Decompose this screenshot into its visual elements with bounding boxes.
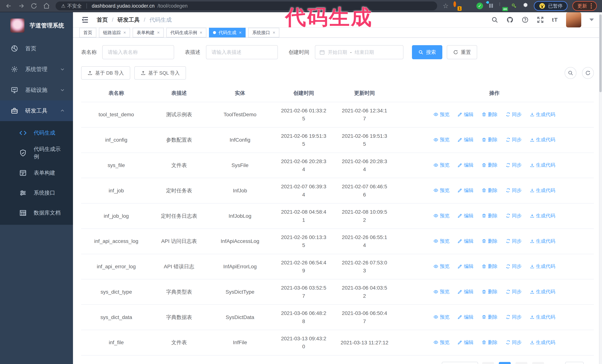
page-button-1[interactable]: 1 xyxy=(499,362,511,364)
extension-orange-icon[interactable]: 1 xyxy=(453,3,460,9)
delete-link[interactable]: 删除 xyxy=(482,213,497,219)
preview-link[interactable]: 预览 xyxy=(433,111,449,118)
table-row[interactable]: inf_api_error_log API 错误日志 InfApiErrorLo… xyxy=(81,254,594,279)
sync-link[interactable]: 同步 xyxy=(506,187,522,194)
extension-key-icon[interactable] xyxy=(511,3,517,9)
page-button-2[interactable]: 2 xyxy=(516,362,527,364)
back-icon[interactable] xyxy=(5,2,12,10)
edit-link[interactable]: 编辑 xyxy=(458,187,473,194)
submenu-item-system-api[interactable]: 系统接口 xyxy=(0,183,73,203)
search-icon[interactable] xyxy=(491,16,498,23)
generate-code-link[interactable]: 生成代码 xyxy=(530,238,555,244)
sync-link[interactable]: 同步 xyxy=(506,213,522,219)
generate-code-link[interactable]: 生成代码 xyxy=(530,187,555,194)
search-button[interactable]: 搜索 xyxy=(412,45,442,59)
toggle-search-button[interactable] xyxy=(565,67,576,79)
edit-link[interactable]: 编辑 xyxy=(458,213,473,219)
extensions-puzzle-icon[interactable] xyxy=(522,3,529,9)
github-icon[interactable] xyxy=(506,16,514,23)
preview-link[interactable]: 预览 xyxy=(433,339,449,346)
table-desc-input[interactable] xyxy=(206,45,278,59)
preview-link[interactable]: 预览 xyxy=(433,187,449,194)
close-icon[interactable]: × xyxy=(157,30,160,35)
delete-link[interactable]: 删除 xyxy=(482,187,497,194)
edit-link[interactable]: 编辑 xyxy=(458,289,473,295)
next-page-button[interactable]: › xyxy=(532,362,544,364)
sync-link[interactable]: 同步 xyxy=(506,238,522,244)
tag-form-builder[interactable]: 表单构建× xyxy=(133,28,164,37)
avatar[interactable] xyxy=(566,12,581,27)
edit-link[interactable]: 编辑 xyxy=(458,238,473,244)
close-icon[interactable]: × xyxy=(123,30,126,35)
chrome-menu-icon[interactable] xyxy=(591,3,592,9)
preview-link[interactable]: 预览 xyxy=(433,263,449,270)
breadcrumb-home[interactable]: 首页 xyxy=(97,16,108,24)
sync-link[interactable]: 同步 xyxy=(506,289,522,295)
table-row[interactable]: inf_api_access_log API 访问日志表 InfApiAcces… xyxy=(81,229,594,254)
close-icon[interactable]: × xyxy=(273,30,275,35)
delete-link[interactable]: 删除 xyxy=(482,238,497,244)
generate-code-link[interactable]: 生成代码 xyxy=(530,213,555,219)
fullscreen-icon[interactable] xyxy=(537,16,544,23)
scrollbar-thumb[interactable] xyxy=(599,14,602,92)
breadcrumb-group[interactable]: 研发工具 xyxy=(118,16,140,24)
sidebar-logo-row[interactable]: 芋道管理系统 xyxy=(0,12,73,38)
edit-link[interactable]: 编辑 xyxy=(458,314,473,320)
home-icon[interactable] xyxy=(43,2,50,10)
close-icon[interactable]: × xyxy=(239,30,242,35)
forward-icon[interactable] xyxy=(18,2,25,10)
prev-page-button[interactable]: ‹ xyxy=(482,362,494,364)
delete-link[interactable]: 删除 xyxy=(482,162,497,168)
avatar-caret-icon[interactable] xyxy=(589,19,594,21)
sidebar-item-dev-tools[interactable]: 研发工具 xyxy=(0,100,73,121)
preview-link[interactable]: 预览 xyxy=(433,238,449,244)
collapse-sidebar-icon[interactable] xyxy=(81,16,89,24)
edit-link[interactable]: 编辑 xyxy=(458,339,473,346)
table-row[interactable]: sys_dict_data 字典数据表 SysDictData 2021-03-… xyxy=(81,305,594,330)
table-name-input[interactable] xyxy=(102,45,174,59)
sync-link[interactable]: 同步 xyxy=(506,263,522,270)
goto-page-input[interactable] xyxy=(565,362,584,364)
preview-link[interactable]: 预览 xyxy=(433,136,449,143)
page-scrollbar[interactable] xyxy=(599,12,602,364)
db-import-button[interactable]: 基于 DB 导入 xyxy=(81,66,130,80)
table-row[interactable]: inf_config 参数配置表 InfConfig 2021-02-06 19… xyxy=(81,127,594,153)
reset-button[interactable]: 重置 xyxy=(447,45,477,59)
table-row[interactable]: inf_job_log 定时任务日志表 InfJobLog 2021-02-08… xyxy=(81,203,594,229)
generate-code-link[interactable]: 生成代码 xyxy=(530,111,555,118)
generate-code-link[interactable]: 生成代码 xyxy=(530,289,555,295)
table-row[interactable]: sys_file 文件表 SysFile 2021-02-06 20:28:34… xyxy=(81,153,594,178)
preview-link[interactable]: 预览 xyxy=(433,289,449,295)
extension-columns-icon[interactable] xyxy=(488,3,494,9)
generate-code-link[interactable]: 生成代码 xyxy=(530,314,555,320)
tag-codegen-example[interactable]: 代码生成示例× xyxy=(166,28,206,37)
edit-link[interactable]: 编辑 xyxy=(458,111,473,118)
delete-link[interactable]: 删除 xyxy=(482,339,497,346)
preview-link[interactable]: 预览 xyxy=(433,162,449,168)
submenu-item-codegen[interactable]: 代码生成 xyxy=(0,123,73,143)
sync-link[interactable]: 同步 xyxy=(506,339,522,346)
edit-link[interactable]: 编辑 xyxy=(458,162,473,168)
delete-link[interactable]: 删除 xyxy=(482,289,497,295)
table-row[interactable]: inf_file 文件表 InfFile 2021-03-13 09:43:20… xyxy=(81,330,594,355)
generate-code-link[interactable]: 生成代码 xyxy=(530,263,555,270)
generate-code-link[interactable]: 生成代码 xyxy=(530,136,555,143)
sync-link[interactable]: 同步 xyxy=(506,162,522,168)
tag-codegen[interactable]: 代码生成× xyxy=(209,28,246,37)
font-size-icon[interactable]: tT xyxy=(552,17,558,23)
reload-icon[interactable] xyxy=(30,2,37,10)
delete-link[interactable]: 删除 xyxy=(482,136,497,143)
extension-check-icon[interactable]: ✓ xyxy=(476,3,483,9)
tag-system-api[interactable]: 系统接口× xyxy=(248,28,279,37)
generate-code-link[interactable]: 生成代码 xyxy=(530,339,555,346)
sync-link[interactable]: 同步 xyxy=(506,111,522,118)
edit-link[interactable]: 编辑 xyxy=(458,136,473,143)
bookmark-star-icon[interactable]: ☆ xyxy=(443,3,449,9)
url-bar[interactable]: ⚠ 不安全 dashboard.yudao.iocoder.cn/tool/co… xyxy=(55,1,437,10)
submenu-item-database-doc[interactable]: 数据库文档 xyxy=(0,203,73,223)
sidebar-item-infrastructure[interactable]: 基础设施 xyxy=(0,80,73,100)
edit-link[interactable]: 编辑 xyxy=(458,263,473,270)
page-size-select[interactable]: 10条/页 xyxy=(442,362,478,364)
tag-trace[interactable]: 链路追踪× xyxy=(99,28,130,37)
generate-code-link[interactable]: 生成代码 xyxy=(530,162,555,168)
